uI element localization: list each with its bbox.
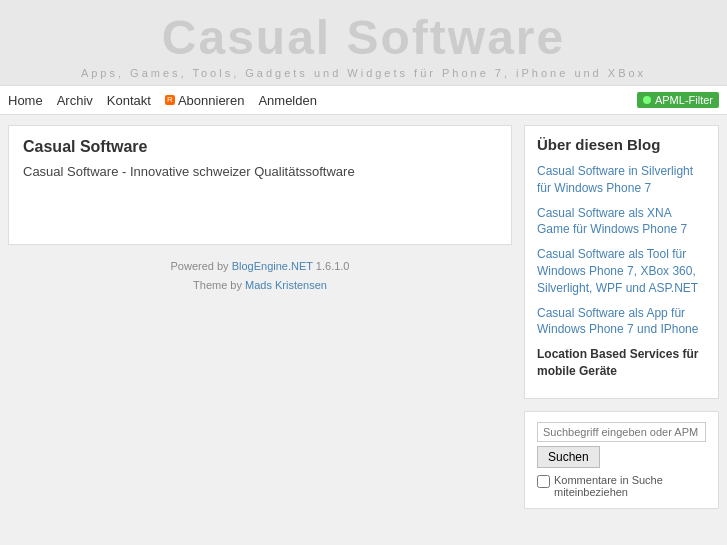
sidebar-search: Suchen Kommentare in Suche miteinbeziehe…	[524, 411, 719, 509]
apml-dot-icon	[643, 96, 651, 104]
main-layout: Casual Software Casual Software - Innova…	[0, 115, 727, 531]
content-area: Casual Software Casual Software - Innova…	[8, 125, 512, 521]
sidebar-about: Über diesen Blog Casual Software in Silv…	[524, 125, 719, 399]
apml-filter-label: APML-Filter	[655, 94, 713, 106]
search-comments-row: Kommentare in Suche miteinbeziehen	[537, 474, 706, 498]
search-comments-label: Kommentare in Suche miteinbeziehen	[554, 474, 706, 498]
search-button[interactable]: Suchen	[537, 446, 600, 468]
nav-links: HomeArchivKontaktRAbonnierenAnmelden	[8, 93, 637, 108]
site-header: Casual Software Apps, Games, Tools, Gadg…	[0, 0, 727, 85]
search-comments-checkbox[interactable]	[537, 475, 550, 488]
sidebar-links: Casual Software in Silverlight für Windo…	[537, 163, 706, 380]
post-title: Casual Software	[23, 138, 497, 156]
post-description: Casual Software - Innovative schweizer Q…	[23, 164, 497, 179]
powered-by: Powered by BlogEngine.NET 1.6.1.0 Theme …	[8, 257, 512, 294]
site-title: Casual Software	[0, 10, 727, 65]
site-subtitle: Apps, Games, Tools, Gadgets und Widgets …	[0, 67, 727, 79]
nav-link-home[interactable]: Home	[8, 93, 43, 108]
sidebar: Über diesen Blog Casual Software in Silv…	[524, 125, 719, 521]
sidebar-link-3[interactable]: Casual Software als App für Windows Phon…	[537, 305, 706, 339]
sidebar-link-0[interactable]: Casual Software in Silverlight für Windo…	[537, 163, 706, 197]
sidebar-about-title: Über diesen Blog	[537, 136, 706, 153]
nav-link-kontakt[interactable]: Kontakt	[107, 93, 151, 108]
nav-link-abonnieren[interactable]: RAbonnieren	[165, 93, 245, 108]
post-box: Casual Software Casual Software - Innova…	[8, 125, 512, 245]
sidebar-link-2[interactable]: Casual Software als Tool für Windows Pho…	[537, 246, 706, 296]
blogengine-link[interactable]: BlogEngine.NET	[232, 260, 313, 272]
sidebar-link-1[interactable]: Casual Software als XNA Game für Windows…	[537, 205, 706, 239]
search-input[interactable]	[537, 422, 706, 442]
theme-author-link[interactable]: Mads Kristensen	[245, 279, 327, 291]
theme-prefix: Theme by	[193, 279, 245, 291]
sidebar-link-4[interactable]: Location Based Services für mobile Gerät…	[537, 346, 706, 380]
nav-link-anmelden[interactable]: Anmelden	[258, 93, 317, 108]
powered-by-prefix: Powered by	[171, 260, 232, 272]
nav-bar: HomeArchivKontaktRAbonnierenAnmelden APM…	[0, 85, 727, 115]
apml-filter-button[interactable]: APML-Filter	[637, 92, 719, 108]
nav-link-archiv[interactable]: Archiv	[57, 93, 93, 108]
rss-icon: R	[165, 95, 175, 105]
version-text: 1.6.1.0	[313, 260, 350, 272]
